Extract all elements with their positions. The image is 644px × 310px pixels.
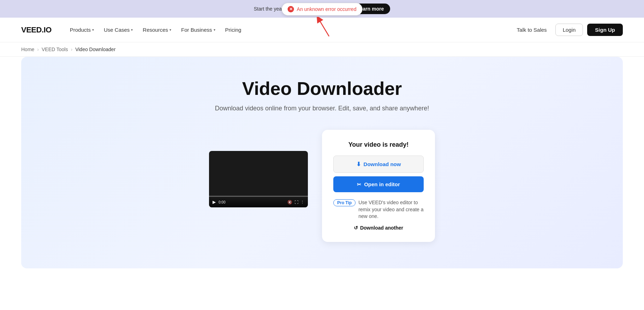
breadcrumb-sep-2: › <box>71 47 72 52</box>
breadcrumb-tools[interactable]: VEED Tools <box>42 47 68 52</box>
main-content: Video Downloader Download videos online … <box>21 57 623 268</box>
editor-icon: ✂ <box>357 182 361 187</box>
breadcrumb-sep-1: › <box>37 47 39 52</box>
more-icon[interactable]: ⋮ <box>300 200 304 205</box>
page-title: Video Downloader <box>35 78 609 99</box>
navbar: VEED.IO Products ▾ Use Cases ▾ Resources… <box>0 18 644 42</box>
breadcrumb-current: Video Downloader <box>75 47 115 52</box>
pro-tip-section: Pro Tip Use VEED's video editor to remix… <box>333 199 424 231</box>
pro-tip-badge: Pro Tip <box>333 199 356 206</box>
nav-item-products[interactable]: Products ▾ <box>66 24 98 36</box>
chevron-down-icon: ▾ <box>92 28 94 32</box>
nav-item-usecases[interactable]: Use Cases ▾ <box>100 24 137 36</box>
top-banner: Start the year strong with 25% . Use cod… <box>0 0 644 18</box>
error-toast-text: An unknown error occurred <box>297 6 357 12</box>
mute-icon[interactable]: 🔇 <box>287 200 292 205</box>
download-another-label: Download another <box>360 225 403 231</box>
pro-tip-text: Use VEED's video editor to remix your vi… <box>358 199 424 220</box>
chevron-down-icon: ▾ <box>169 28 171 32</box>
nav-forbusiness-label: For Business <box>181 27 212 33</box>
talk-to-sales-link[interactable]: Talk to Sales <box>513 24 551 36</box>
nav-resources-label: Resources <box>143 27 168 33</box>
nav-usecases-label: Use Cases <box>104 27 130 33</box>
error-toast: ✕ An unknown error occurred <box>282 3 363 16</box>
page-subtitle: Download videos online from your browser… <box>35 105 609 112</box>
video-icons: 🔇 ⛶ ⋮ <box>287 200 304 205</box>
open-editor-label: Open in editor <box>364 181 400 187</box>
download-now-button[interactable]: ⬇ Download now <box>333 156 424 173</box>
nav-item-pricing[interactable]: Pricing <box>221 24 246 36</box>
download-another-button[interactable]: ↺ Download another <box>333 225 424 231</box>
open-in-editor-button[interactable]: ✂ Open in editor <box>333 176 424 192</box>
nav-item-resources[interactable]: Resources ▾ <box>138 24 175 36</box>
nav-products-label: Products <box>70 27 91 33</box>
nav-right: Talk to Sales Login Sign Up <box>513 24 623 36</box>
nav-links: Products ▾ Use Cases ▾ Resources ▾ For B… <box>66 24 513 36</box>
breadcrumb: Home › VEED Tools › Video Downloader <box>0 42 644 57</box>
nav-pricing-label: Pricing <box>225 27 242 33</box>
play-button[interactable]: ▶ <box>213 200 216 205</box>
login-button[interactable]: Login <box>555 24 583 36</box>
download-icon: ⬇ <box>356 161 361 168</box>
content-row: ▶ 0:00 🔇 ⛶ ⋮ Your video is ready! ⬇ Down… <box>35 130 609 242</box>
chevron-down-icon: ▾ <box>131 28 133 32</box>
video-time: 0:00 <box>219 200 225 204</box>
breadcrumb-home[interactable]: Home <box>21 47 34 52</box>
download-card: Your video is ready! ⬇ Download now ✂ Op… <box>322 130 435 242</box>
signup-button[interactable]: Sign Up <box>587 24 623 36</box>
logo[interactable]: VEED.IO <box>21 25 52 35</box>
chevron-down-icon: ▾ <box>214 28 215 32</box>
card-title: Your video is ready! <box>333 141 424 148</box>
video-controls: ▶ 0:00 🔇 ⛶ ⋮ <box>209 197 308 207</box>
refresh-icon: ↺ <box>354 225 358 231</box>
download-now-label: Download now <box>364 161 401 167</box>
error-icon: ✕ <box>288 6 294 12</box>
pro-tip-row: Pro Tip Use VEED's video editor to remix… <box>333 199 424 220</box>
nav-item-forbusiness[interactable]: For Business ▾ <box>177 24 220 36</box>
fullscreen-icon[interactable]: ⛶ <box>294 200 298 205</box>
video-player: ▶ 0:00 🔇 ⛶ ⋮ <box>209 151 308 207</box>
